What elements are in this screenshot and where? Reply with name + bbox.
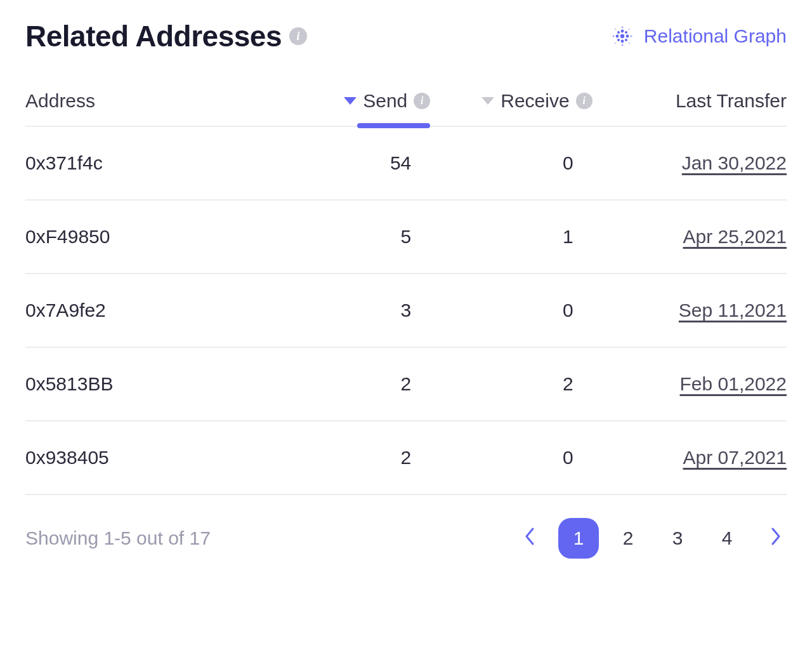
table-row: 0xF4985051Apr 25,2021 xyxy=(25,201,787,274)
svg-point-14 xyxy=(629,29,631,30)
svg-point-4 xyxy=(625,35,629,38)
svg-point-16 xyxy=(629,43,631,44)
cell-address[interactable]: 0x371f4c xyxy=(25,152,268,174)
svg-point-5 xyxy=(617,31,620,34)
svg-point-0 xyxy=(620,34,624,38)
table-header: Address Send i Receive i Last Transfer xyxy=(25,79,787,127)
table-row: 0x371f4c540Jan 30,2022 xyxy=(25,127,787,201)
svg-point-9 xyxy=(621,26,623,28)
graph-icon xyxy=(610,23,635,49)
cell-address[interactable]: 0x5813BB xyxy=(25,373,268,395)
svg-point-6 xyxy=(625,31,627,34)
column-last-transfer[interactable]: Last Transfer xyxy=(593,90,787,112)
cell-receive: 1 xyxy=(430,226,592,248)
cell-receive: 2 xyxy=(430,373,592,395)
sort-icon xyxy=(481,97,494,105)
column-receive[interactable]: Receive i xyxy=(430,90,592,112)
cell-address[interactable]: 0x7A9fe2 xyxy=(25,300,268,321)
info-icon[interactable]: i xyxy=(414,93,430,109)
cell-address[interactable]: 0x938405 xyxy=(25,447,268,468)
pagination: 1234 xyxy=(519,518,787,559)
table-body: 0x371f4c540Jan 30,20220xF4985051Apr 25,2… xyxy=(25,127,787,495)
table-row: 0x93840520Apr 07,2021 xyxy=(25,421,787,495)
relational-graph-link[interactable]: Relational Graph xyxy=(610,23,787,49)
showing-text: Showing 1-5 out of 17 xyxy=(25,527,211,549)
page-1[interactable]: 1 xyxy=(558,518,599,559)
svg-point-2 xyxy=(620,40,624,43)
svg-point-11 xyxy=(612,35,614,37)
column-receive-label: Receive xyxy=(501,90,569,112)
cell-receive: 0 xyxy=(430,152,592,174)
cell-last-transfer[interactable]: Apr 25,2021 xyxy=(593,226,787,248)
svg-point-8 xyxy=(625,39,627,41)
cell-last-transfer[interactable]: Feb 01,2022 xyxy=(593,373,787,395)
cell-receive: 0 xyxy=(430,300,592,321)
page-title: Related Addresses xyxy=(25,19,282,53)
column-last-transfer-label: Last Transfer xyxy=(676,90,787,112)
cell-send: 3 xyxy=(268,300,430,321)
title-group: Related Addresses i xyxy=(25,19,307,53)
column-send-label: Send xyxy=(363,90,407,112)
table-footer: Showing 1-5 out of 17 1234 xyxy=(25,495,787,559)
cell-send: 2 xyxy=(268,447,430,468)
chevron-left-icon xyxy=(524,527,535,546)
chevron-right-icon xyxy=(770,527,782,546)
page-numbers: 1234 xyxy=(558,518,747,559)
svg-point-13 xyxy=(615,29,617,30)
svg-point-3 xyxy=(615,35,619,38)
cell-send: 2 xyxy=(268,373,430,395)
table-row: 0x7A9fe230Sep 11,2021 xyxy=(25,274,787,348)
page-3[interactable]: 3 xyxy=(657,518,698,559)
column-address-label: Address xyxy=(25,90,95,112)
cell-address[interactable]: 0xF49850 xyxy=(25,226,268,248)
svg-point-15 xyxy=(615,43,617,44)
cell-receive: 0 xyxy=(430,447,592,468)
cell-send: 5 xyxy=(268,226,430,248)
header-bar: Related Addresses i xyxy=(25,19,787,53)
cell-send: 54 xyxy=(268,152,430,174)
cell-last-transfer[interactable]: Sep 11,2021 xyxy=(593,300,787,321)
page-next[interactable] xyxy=(765,523,787,554)
svg-point-12 xyxy=(630,35,632,37)
info-icon[interactable]: i xyxy=(576,93,593,109)
svg-point-7 xyxy=(617,39,620,41)
column-address[interactable]: Address xyxy=(25,90,268,112)
cell-last-transfer[interactable]: Apr 07,2021 xyxy=(593,447,787,468)
page-4[interactable]: 4 xyxy=(707,518,747,559)
page-prev[interactable] xyxy=(519,523,540,554)
info-icon[interactable]: i xyxy=(289,27,307,45)
table-row: 0x5813BB22Feb 01,2022 xyxy=(25,348,787,421)
relational-graph-label: Relational Graph xyxy=(644,25,787,47)
svg-point-10 xyxy=(621,44,623,46)
page-2[interactable]: 2 xyxy=(608,518,648,559)
svg-point-1 xyxy=(620,30,624,33)
cell-last-transfer[interactable]: Jan 30,2022 xyxy=(593,152,787,174)
sort-desc-icon xyxy=(344,97,357,105)
column-send[interactable]: Send i xyxy=(268,90,430,112)
